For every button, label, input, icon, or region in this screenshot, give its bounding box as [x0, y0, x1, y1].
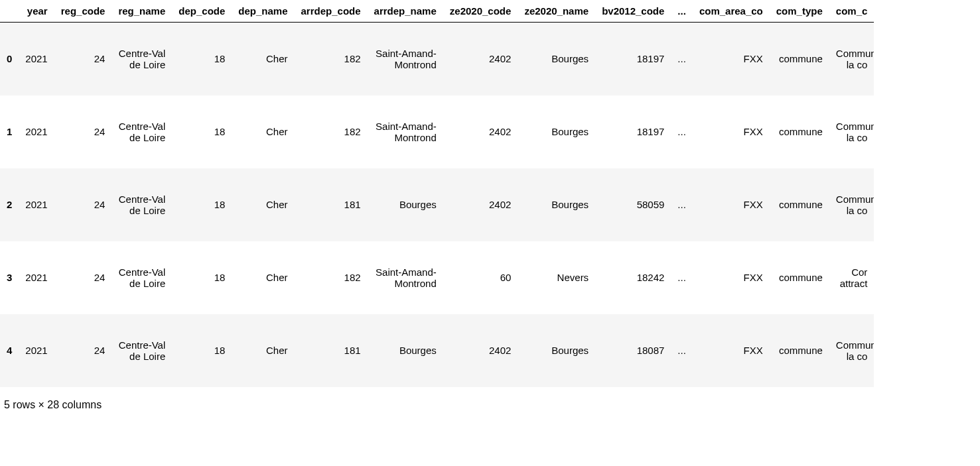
cell-reg-name: Centre-Val de Loire	[111, 168, 172, 241]
cell-dep-code: 18	[172, 23, 232, 95]
cell-bv2012-code: 18197	[595, 23, 671, 95]
col-ze2020-code: ze2020_code	[443, 0, 518, 23]
dataframe-table: year reg_code reg_name dep_code dep_name…	[0, 0, 874, 387]
cell-ze2020-code: 2402	[443, 314, 518, 387]
cell-dep-code: 18	[172, 241, 232, 314]
cell-arrdep-code: 182	[295, 241, 368, 314]
cell-dep-name: Cher	[232, 95, 294, 168]
cell-arrdep-code: 181	[295, 314, 368, 387]
row-index: 2	[0, 168, 19, 241]
cell-ze2020-code: 2402	[443, 23, 518, 95]
col-bv2012-code: bv2012_code	[595, 0, 671, 23]
col-arrdep-name: arrdep_name	[368, 0, 443, 23]
cell-reg-code: 24	[54, 95, 112, 168]
cell-bv2012-code: 18242	[595, 241, 671, 314]
table-row: 3 2021 24 Centre-Val de Loire 18 Cher 18…	[0, 241, 874, 314]
row-index: 0	[0, 23, 19, 95]
cell-dep-code: 18	[172, 95, 232, 168]
table-row: 0 2021 24 Centre-Val de Loire 18 Cher 18…	[0, 23, 874, 95]
cell-reg-name: Centre-Val de Loire	[111, 23, 172, 95]
cell-ze2020-name: Bourges	[518, 23, 595, 95]
col-com-c: com_c	[829, 0, 875, 23]
cell-arrdep-code: 182	[295, 95, 368, 168]
cell-ellipsis: ...	[671, 23, 693, 95]
cell-dep-name: Cher	[232, 241, 294, 314]
cell-com-type: commune	[770, 314, 829, 387]
cell-com-area-co: FXX	[693, 314, 770, 387]
table-body: 0 2021 24 Centre-Val de Loire 18 Cher 18…	[0, 23, 874, 387]
cell-ellipsis: ...	[671, 241, 693, 314]
cell-year: 2021	[19, 241, 54, 314]
cell-reg-name: Centre-Val de Loire	[111, 314, 172, 387]
cell-dep-code: 18	[172, 314, 232, 387]
cell-year: 2021	[19, 23, 54, 95]
col-reg-name: reg_name	[111, 0, 172, 23]
cell-reg-code: 24	[54, 314, 112, 387]
col-ellipsis: ...	[671, 0, 693, 23]
cell-arrdep-code: 181	[295, 168, 368, 241]
cell-com-c: Commune la co	[829, 314, 875, 387]
cell-reg-code: 24	[54, 168, 112, 241]
row-index: 4	[0, 314, 19, 387]
cell-arrdep-name: Saint-Amand-Montrond	[368, 23, 443, 95]
cell-bv2012-code: 18087	[595, 314, 671, 387]
cell-bv2012-code: 58059	[595, 168, 671, 241]
col-reg-code: reg_code	[54, 0, 112, 23]
cell-reg-code: 24	[54, 23, 112, 95]
cell-arrdep-name: Bourges	[368, 314, 443, 387]
cell-ze2020-name: Bourges	[518, 95, 595, 168]
cell-ellipsis: ...	[671, 314, 693, 387]
cell-dep-code: 18	[172, 168, 232, 241]
cell-arrdep-name: Bourges	[368, 168, 443, 241]
row-index: 1	[0, 95, 19, 168]
cell-ze2020-name: Nevers	[518, 241, 595, 314]
cell-com-type: commune	[770, 168, 829, 241]
cell-arrdep-name: Saint-Amand-Montrond	[368, 241, 443, 314]
cell-reg-name: Centre-Val de Loire	[111, 95, 172, 168]
dataframe-summary: 5 rows × 28 columns	[0, 387, 980, 416]
cell-reg-code: 24	[54, 241, 112, 314]
cell-com-c: Commune la co	[829, 23, 875, 95]
cell-ze2020-code: 60	[443, 241, 518, 314]
cell-year: 2021	[19, 168, 54, 241]
cell-arrdep-name: Saint-Amand-Montrond	[368, 95, 443, 168]
cell-com-type: commune	[770, 95, 829, 168]
table-row: 1 2021 24 Centre-Val de Loire 18 Cher 18…	[0, 95, 874, 168]
cell-com-type: commune	[770, 23, 829, 95]
cell-year: 2021	[19, 314, 54, 387]
cell-reg-name: Centre-Val de Loire	[111, 241, 172, 314]
cell-com-c: Commune la co	[829, 168, 875, 241]
cell-year: 2021	[19, 95, 54, 168]
cell-ze2020-name: Bourges	[518, 168, 595, 241]
cell-dep-name: Cher	[232, 168, 294, 241]
index-header	[0, 0, 19, 23]
cell-com-area-co: FXX	[693, 95, 770, 168]
cell-com-area-co: FXX	[693, 23, 770, 95]
cell-ellipsis: ...	[671, 168, 693, 241]
cell-dep-name: Cher	[232, 23, 294, 95]
cell-com-c: Cor attract	[829, 241, 875, 314]
col-dep-code: dep_code	[172, 0, 232, 23]
cell-com-area-co: FXX	[693, 241, 770, 314]
cell-com-type: commune	[770, 241, 829, 314]
table-row: 2 2021 24 Centre-Val de Loire 18 Cher 18…	[0, 168, 874, 241]
row-index: 3	[0, 241, 19, 314]
table-row: 4 2021 24 Centre-Val de Loire 18 Cher 18…	[0, 314, 874, 387]
cell-ze2020-code: 2402	[443, 95, 518, 168]
cell-arrdep-code: 182	[295, 23, 368, 95]
col-com-type: com_type	[770, 0, 829, 23]
col-com-area-co: com_area_co	[693, 0, 770, 23]
table-header: year reg_code reg_name dep_code dep_name…	[0, 0, 874, 23]
cell-ellipsis: ...	[671, 95, 693, 168]
cell-ze2020-name: Bourges	[518, 314, 595, 387]
col-year: year	[19, 0, 54, 23]
cell-com-c: Commune la co	[829, 95, 875, 168]
col-ze2020-name: ze2020_name	[518, 0, 595, 23]
cell-ze2020-code: 2402	[443, 168, 518, 241]
cell-bv2012-code: 18197	[595, 95, 671, 168]
col-dep-name: dep_name	[232, 0, 294, 23]
cell-com-area-co: FXX	[693, 168, 770, 241]
col-arrdep-code: arrdep_code	[295, 0, 368, 23]
cell-dep-name: Cher	[232, 314, 294, 387]
dataframe-wrapper[interactable]: year reg_code reg_name dep_code dep_name…	[0, 0, 980, 387]
